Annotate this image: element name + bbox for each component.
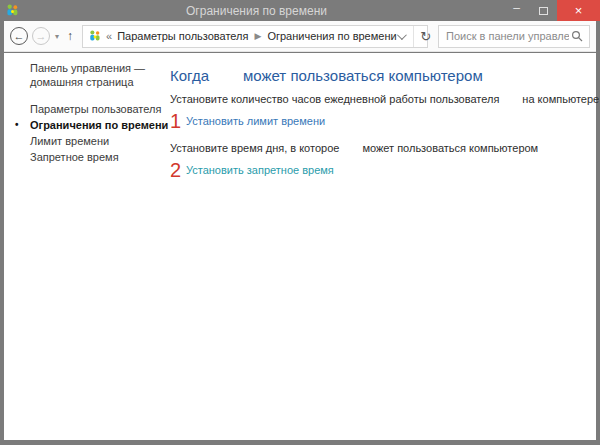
up-arrow-icon: ↑ bbox=[67, 29, 73, 43]
description-text: на компьютере bbox=[522, 93, 599, 105]
back-button[interactable]: ← bbox=[10, 27, 28, 45]
annotation-number-1: 1 bbox=[170, 111, 186, 131]
titlebar: Ограничения по времени – × bbox=[0, 0, 600, 21]
refresh-icon: ↻ bbox=[420, 29, 431, 44]
control-panel-window: Ограничения по времени – × ← → ▾ ↑ « Пар… bbox=[0, 0, 600, 445]
heading-text-after: может пользоваться компьютером bbox=[243, 67, 483, 84]
active-bullet-icon: • bbox=[15, 117, 19, 133]
navigation-bar: ← → ▾ ↑ « Параметры пользователя ▶ Огран… bbox=[4, 21, 596, 52]
family-safety-icon bbox=[5, 3, 20, 18]
breadcrumb-collapsed-icon[interactable]: « bbox=[106, 30, 112, 42]
forward-button[interactable]: → bbox=[32, 27, 50, 45]
sidebar-home-line2: домашняя страница bbox=[30, 75, 164, 89]
forward-icon: → bbox=[36, 31, 47, 42]
sidebar-item-label: Ограничения по времени bbox=[30, 119, 168, 131]
up-button[interactable]: ↑ bbox=[67, 29, 73, 43]
close-icon: × bbox=[575, 3, 583, 18]
sidebar-item-time-allowance[interactable]: Лимит времени bbox=[30, 133, 164, 149]
time-limit-link-row: 1 Установить лимит времени bbox=[170, 110, 599, 132]
sidebar-item-label: Параметры пользователя bbox=[30, 103, 161, 115]
window-title: Ограничения по времени bbox=[20, 4, 503, 18]
sidebar-item-time-limits[interactable]: • Ограничения по времени bbox=[30, 117, 164, 133]
chevron-down-icon: ▾ bbox=[55, 32, 59, 41]
heading-text-before: Когда bbox=[170, 67, 209, 84]
maximize-icon bbox=[539, 7, 548, 15]
description-text: Установите количество часов ежедневной р… bbox=[170, 93, 499, 105]
breadcrumb-item-user-settings[interactable]: Параметры пользователя bbox=[117, 30, 248, 42]
sidebar-item-control-panel-home[interactable]: Панель управления — домашняя страница bbox=[30, 61, 164, 89]
window-controls: – × bbox=[503, 0, 600, 21]
minimize-button[interactable]: – bbox=[503, 0, 530, 21]
breadcrumb-separator-icon[interactable]: ▶ bbox=[255, 31, 262, 41]
address-bar[interactable]: « Параметры пользователя ▶ Ограничения п… bbox=[82, 25, 428, 48]
set-curfew-link[interactable]: Установить запретное время bbox=[186, 164, 334, 176]
annotation-number-2: 2 bbox=[170, 160, 186, 180]
page-title: Когдаможет пользоваться компьютером bbox=[170, 66, 599, 86]
sidebar: Панель управления — домашняя страница Па… bbox=[4, 53, 164, 440]
sidebar-home-line1: Панель управления — bbox=[30, 61, 164, 75]
description-text: Установите время дня, в которое bbox=[170, 142, 339, 154]
maximize-button[interactable] bbox=[530, 0, 557, 21]
main-panel: Когдаможет пользоваться компьютером Уста… bbox=[164, 53, 599, 440]
close-button[interactable]: × bbox=[557, 0, 600, 21]
search-input[interactable] bbox=[439, 30, 569, 42]
curfew-link-row: 2 Установить запретное время bbox=[170, 159, 599, 181]
description-text: может пользоваться компьютером bbox=[362, 142, 538, 154]
refresh-button[interactable]: ↻ bbox=[414, 29, 438, 44]
back-icon: ← bbox=[14, 31, 25, 42]
sidebar-item-label: Запретное время bbox=[30, 151, 119, 163]
set-time-limit-link[interactable]: Установить лимит времени bbox=[186, 115, 325, 127]
curfew-description: Установите время дня, в котороеможет пол… bbox=[170, 141, 599, 155]
sidebar-item-label: Лимит времени bbox=[30, 135, 109, 147]
breadcrumb-item-time-limits[interactable]: Ограничения по времени bbox=[267, 30, 396, 42]
family-safety-icon bbox=[88, 29, 102, 43]
address-dropdown-icon[interactable] bbox=[397, 30, 407, 40]
minimize-icon: – bbox=[513, 1, 520, 15]
time-limit-description: Установите количество часов ежедневной р… bbox=[170, 92, 599, 106]
search-icon[interactable] bbox=[571, 30, 583, 42]
content-area: Панель управления — домашняя страница Па… bbox=[4, 53, 596, 440]
sidebar-item-user-settings[interactable]: Параметры пользователя bbox=[30, 101, 164, 117]
history-dropdown-button[interactable]: ▾ bbox=[55, 32, 59, 41]
search-box bbox=[438, 25, 590, 48]
sidebar-item-curfew[interactable]: Запретное время bbox=[30, 149, 164, 165]
